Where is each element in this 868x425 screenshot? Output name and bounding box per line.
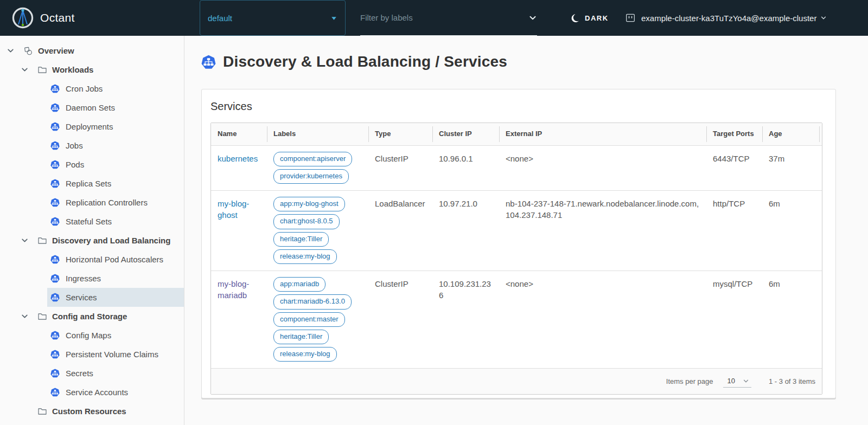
secrets-icon [50,369,60,378]
app-header: Octant default DARK example-cluster-ka3T… [0,0,868,36]
objects-icon [23,46,33,56]
chevron-down-icon [743,378,749,384]
age-cell: 37m [762,146,819,191]
sidebar-item-secrets[interactable]: Secrets [0,364,184,383]
label-pill[interactable]: app:mariadb [273,277,326,292]
folder-icon [37,65,47,75]
label-filter[interactable] [360,0,537,36]
sidebar-item-label: Workloads [52,65,93,74]
label-pill[interactable]: component:apiserver [273,152,352,166]
sidebar-item-label: Replica Sets [66,179,111,188]
namespace-select-value: default [208,14,232,23]
theme-toggle-label: DARK [585,14,609,22]
sidebar-item-services[interactable]: Services [47,288,184,307]
services-card: Services Name Labels Type Cluster IP Ext… [201,89,836,398]
sidebar-item-pods[interactable]: Pods [0,155,184,174]
namespace-select[interactable]: default [200,0,346,36]
type-cell: ClusterIP [368,146,432,191]
app-title: Octant [40,0,75,36]
sidebar-item-overview[interactable]: Overview [0,41,184,60]
theme-toggle-button[interactable]: DARK [570,0,609,36]
cluster-ip-cell: 10.97.21.0 [432,191,499,271]
sidebar-item-deployments[interactable]: Deployments [0,117,184,136]
moon-icon [570,13,580,23]
label-pill[interactable]: chart:ghost-8.0.5 [273,214,340,229]
label-pill[interactable]: provider:kubernetes [273,169,349,184]
sidebar-item-replication-controllers[interactable]: Replication Controllers [0,193,184,212]
column-header-labels: Labels [267,123,368,145]
folder-icon [37,236,47,246]
stateful-sets-icon [50,217,60,226]
chevron-down-icon[interactable] [21,312,29,320]
sidebar-item-custom-resources[interactable]: Custom Resources [0,402,184,421]
label-pill[interactable]: release:my-blog [273,249,337,264]
sidebar-item-persistent-volume-claims[interactable]: Persistent Volume Claims [0,345,184,364]
sidebar-item-horizontal-pod-autoscalers[interactable]: Horizontal Pod Autoscalers [0,250,184,269]
card-title: Services [202,100,835,123]
sidebar-item-daemon-sets[interactable]: Daemon Sets [0,98,184,117]
octant-logo-icon [12,7,34,29]
sidebar-item-cron-jobs[interactable]: Cron Jobs [0,79,184,98]
label-pill-stack: app:my-blog-ghost chart:ghost-8.0.5 heri… [273,197,362,264]
services-table: Name Labels Type Cluster IP External IP … [210,123,822,395]
chevron-down-icon [820,15,827,21]
page-title: Discovery & Load Balancing / Services [223,53,507,70]
cron-jobs-icon [50,84,60,93]
spacer-cell [819,191,832,271]
sidebar-item-workloads[interactable]: Workloads [0,60,184,79]
service-name-link[interactable]: my-blog-ghost [218,199,249,220]
context-label: example-cluster-ka3TuTzYo4a@example-clus… [641,14,816,23]
type-cell: ClusterIP [368,271,432,368]
folder-icon [37,312,47,321]
chevron-down-icon[interactable] [7,47,15,55]
sidebar-item-replica-sets[interactable]: Replica Sets [0,174,184,193]
chevron-down-icon[interactable] [21,236,29,244]
spacer-cell [819,271,832,368]
chevron-down-icon[interactable] [21,66,29,74]
label-pill[interactable]: chart:mariadb-6.13.0 [273,294,352,309]
sidebar-item-label: Discovery and Load Balancing [52,236,170,245]
label-pill[interactable]: component:master [273,312,345,327]
items-per-page-label: Items per page [666,377,713,385]
service-name-link[interactable]: kubernetes [218,154,258,163]
items-per-page-value: 10 [727,377,735,385]
sidebar-item-label: Config Maps [66,331,111,340]
sidebar-item-label: Persistent Volume Claims [66,350,158,359]
persistent-volume-claims-icon [50,350,60,359]
daemon-sets-icon [50,103,60,112]
service-name-link[interactable]: my-blog-mariadb [218,279,249,300]
replication-controllers-icon [50,198,60,207]
horizontal-pod-autoscalers-icon [50,255,60,264]
sidebar-item-discovery-and-load-balancing[interactable]: Discovery and Load Balancing [0,231,184,250]
column-header-target-ports: Target Ports [706,123,762,145]
context-selector[interactable]: example-cluster-ka3TuTzYo4a@example-clus… [625,0,827,36]
sidebar-item-jobs[interactable]: Jobs [0,136,184,155]
label-pill[interactable]: heritage:Tiller [273,330,329,344]
sidebar-item-label: Custom Resources [52,407,126,416]
external-ip-cell: <none> [499,146,706,191]
sidebar-item-stateful-sets[interactable]: Stateful Sets [0,212,184,231]
sidebar-item-label: Pods [66,160,84,169]
table-footer: Items per page 10 1 - 3 of 3 items [211,368,822,394]
sidebar-item-ingresses[interactable]: Ingresses [0,269,184,288]
label-filter-input[interactable] [360,13,528,22]
items-per-page-select[interactable]: 10 [723,375,751,388]
table-header-row: Name Labels Type Cluster IP External IP … [211,123,822,145]
label-pill[interactable]: release:my-blog [273,347,337,362]
column-header-age: Age [762,123,819,145]
services-icon [50,293,60,302]
sidebar-item-service-accounts[interactable]: Service Accounts [0,383,184,402]
cluster-ip-cell: 10.96.0.1 [432,146,499,191]
chevron-down-icon[interactable] [528,14,537,22]
sidebar-item-label: Jobs [66,141,83,150]
sidebar-item-config-and-storage[interactable]: Config and Storage [0,307,184,326]
sidebar-item-config-maps[interactable]: Config Maps [0,326,184,345]
column-header-external-ip: External IP [499,123,706,145]
label-pill[interactable]: heritage:Tiller [273,232,329,247]
table-row: my-blog-ghost app:my-blog-ghost chart:gh… [211,190,822,271]
column-header-name: Name [211,123,267,145]
service-accounts-icon [50,388,60,397]
target-ports-cell: http/TCP [706,191,762,271]
octant-logo[interactable] [12,0,34,36]
label-pill[interactable]: app:my-blog-ghost [273,197,345,211]
